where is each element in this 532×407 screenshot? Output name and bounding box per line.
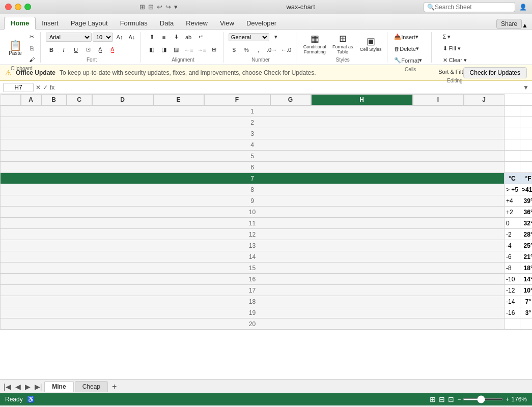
redo-icon[interactable]: ↪ bbox=[165, 3, 171, 11]
toolbar-icon-1[interactable]: ⊞ bbox=[139, 3, 145, 11]
cell-2-2[interactable] bbox=[520, 117, 532, 128]
cell-7-2[interactable]: °F bbox=[520, 173, 532, 184]
cell-15-1[interactable]: -8 bbox=[505, 263, 520, 274]
zoom-in-button[interactable]: + bbox=[506, 396, 509, 403]
cell-16-2[interactable]: 14° bbox=[520, 274, 532, 285]
sheet-tab-cheap[interactable]: Cheap bbox=[75, 381, 108, 392]
row-number-14[interactable]: 14 bbox=[1, 251, 505, 263]
increase-font-button[interactable]: A↑ bbox=[114, 32, 125, 42]
row-number-10[interactable]: 10 bbox=[1, 207, 505, 218]
row-number-7[interactable]: 7 bbox=[1, 173, 505, 184]
share-button[interactable]: Share bbox=[496, 19, 522, 29]
row-number-5[interactable]: 5 bbox=[1, 151, 505, 162]
cell-6-1[interactable] bbox=[505, 162, 520, 173]
tab-view[interactable]: View bbox=[214, 17, 240, 29]
row-number-9[interactable]: 9 bbox=[1, 195, 505, 207]
cell-14-1[interactable]: -6 bbox=[505, 251, 520, 263]
insert-function-icon[interactable]: fx bbox=[50, 84, 54, 91]
tab-home[interactable]: Home bbox=[4, 17, 36, 30]
cell-12-1[interactable]: -2 bbox=[505, 229, 520, 240]
row-number-8[interactable]: 8 bbox=[1, 184, 505, 195]
col-header-f[interactable]: F bbox=[204, 94, 270, 105]
decrease-indent-button[interactable]: ←≡ bbox=[183, 45, 194, 55]
tab-page-layout[interactable]: Page Layout bbox=[65, 17, 114, 29]
col-header-a[interactable]: A bbox=[21, 94, 41, 105]
add-sheet-button[interactable]: + bbox=[109, 382, 120, 391]
format-painter-button[interactable]: 🖌 bbox=[26, 54, 37, 65]
cell-5-1[interactable] bbox=[505, 151, 520, 162]
cell-20-1[interactable] bbox=[505, 318, 520, 330]
row-number-18[interactable]: 18 bbox=[1, 296, 505, 307]
formula-expand-button[interactable]: ▼ bbox=[523, 84, 529, 91]
cell-17-1[interactable]: -12 bbox=[505, 285, 520, 296]
cell-16-1[interactable]: -10 bbox=[505, 274, 520, 285]
sheet-nav-last[interactable]: ▶| bbox=[33, 383, 44, 391]
tab-developer[interactable]: Developer bbox=[240, 17, 283, 29]
close-button[interactable] bbox=[5, 4, 12, 10]
underline-button[interactable]: U bbox=[70, 45, 81, 55]
border-button[interactable]: ⊡ bbox=[82, 45, 94, 55]
tab-formulas[interactable]: Formulas bbox=[114, 17, 154, 29]
number-dropdown-button[interactable]: ▾ bbox=[270, 32, 282, 42]
percent-button[interactable]: % bbox=[241, 45, 252, 55]
decrease-decimal-button[interactable]: ←.0 bbox=[279, 45, 293, 55]
dropdown-icon[interactable]: ▾ bbox=[174, 3, 178, 11]
cell-18-1[interactable]: -14 bbox=[505, 296, 520, 307]
fill-button[interactable]: ⬇ Fill ▾ bbox=[441, 44, 462, 54]
bold-button[interactable]: B bbox=[46, 45, 57, 55]
tab-insert[interactable]: Insert bbox=[36, 17, 65, 29]
search-input[interactable] bbox=[435, 4, 512, 11]
formula-input[interactable] bbox=[57, 84, 521, 91]
page-break-view-icon[interactable]: ⊡ bbox=[448, 395, 454, 403]
cell-11-2[interactable]: 32° bbox=[520, 218, 532, 229]
currency-button[interactable]: $ bbox=[229, 45, 240, 55]
cell-1-1[interactable] bbox=[505, 106, 520, 117]
row-number-6[interactable]: 6 bbox=[1, 162, 505, 173]
cell-1-2[interactable] bbox=[520, 106, 532, 117]
cell-15-2[interactable]: 18° bbox=[520, 263, 532, 274]
font-size-select[interactable]: 10 bbox=[93, 33, 113, 42]
comma-button[interactable]: , bbox=[253, 45, 264, 55]
row-number-13[interactable]: 13 bbox=[1, 240, 505, 251]
col-header-g[interactable]: G bbox=[270, 94, 311, 105]
toolbar-icon-2[interactable]: ⊟ bbox=[148, 3, 154, 11]
increase-decimal-button[interactable]: .0→ bbox=[265, 45, 278, 55]
cell-8-2[interactable]: >41° bbox=[520, 184, 532, 195]
italic-button[interactable]: I bbox=[58, 45, 69, 55]
cell-9-2[interactable]: 39° bbox=[520, 195, 532, 207]
undo-icon[interactable]: ↩ bbox=[157, 3, 162, 11]
align-right-button[interactable]: ▨ bbox=[171, 45, 182, 55]
sheet-nav-first[interactable]: |◀ bbox=[2, 383, 13, 391]
format-table-button[interactable]: ⊞ Format as Table bbox=[329, 33, 356, 54]
row-number-11[interactable]: 11 bbox=[1, 218, 505, 229]
cell-styles-button[interactable]: ▣ Cell Styles bbox=[357, 36, 384, 52]
col-header-i[interactable]: I bbox=[413, 94, 464, 105]
tab-review[interactable]: Review bbox=[180, 17, 214, 29]
align-middle-button[interactable]: ≡ bbox=[158, 32, 170, 42]
sheet-nav-next[interactable]: ▶ bbox=[23, 383, 32, 391]
cell-13-1[interactable]: -4 bbox=[505, 240, 520, 251]
cell-4-1[interactable] bbox=[505, 139, 520, 151]
orientation-button[interactable]: ab bbox=[183, 32, 194, 42]
cell-2-1[interactable] bbox=[505, 117, 520, 128]
cell-8-1[interactable]: > +5 bbox=[505, 184, 520, 195]
cell-13-2[interactable]: 25° bbox=[520, 240, 532, 251]
copy-button[interactable]: ⎘ bbox=[26, 43, 37, 53]
cell-reference-box[interactable] bbox=[3, 83, 34, 92]
row-number-19[interactable]: 19 bbox=[1, 307, 505, 318]
cell-12-2[interactable]: 28° bbox=[520, 229, 532, 240]
font-color-button[interactable]: A̲ bbox=[107, 45, 118, 55]
row-number-4[interactable]: 4 bbox=[1, 139, 505, 151]
cell-7-1[interactable]: °C bbox=[505, 173, 520, 184]
font-name-select[interactable]: Arial bbox=[46, 33, 92, 42]
row-number-17[interactable]: 17 bbox=[1, 285, 505, 296]
col-header-d[interactable]: D bbox=[92, 94, 153, 105]
col-header-h[interactable]: H bbox=[311, 94, 413, 105]
search-box[interactable]: 🔍 bbox=[424, 2, 515, 12]
row-number-15[interactable]: 15 bbox=[1, 263, 505, 274]
tab-data[interactable]: Data bbox=[154, 17, 180, 29]
cancel-formula-icon[interactable]: ✕ bbox=[36, 84, 41, 91]
col-header-b[interactable]: B bbox=[41, 94, 67, 105]
wrap-text-button[interactable]: ↵ bbox=[195, 32, 206, 42]
decrease-font-button[interactable]: A↓ bbox=[126, 32, 137, 42]
